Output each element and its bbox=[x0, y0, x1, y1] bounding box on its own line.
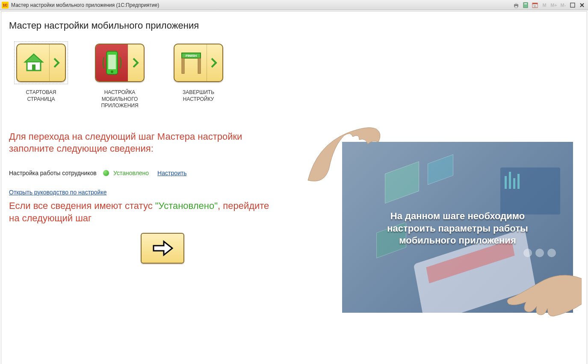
svg-rect-1 bbox=[515, 3, 517, 4]
calculator-icon[interactable] bbox=[521, 1, 530, 9]
content-area: Мастер настройки мобильного приложения bbox=[1, 11, 587, 364]
hand-bottom-icon bbox=[505, 261, 582, 321]
status-value: Установлено bbox=[113, 170, 149, 176]
step-finish-button[interactable]: FINISH bbox=[174, 44, 223, 82]
window-title: Мастер настройки мобильного приложения (… bbox=[11, 2, 159, 8]
page-title: Мастер настройки мобильного приложения bbox=[9, 20, 579, 31]
step-start-page: СТАРТОВАЯ СТРАНИЦА bbox=[9, 41, 73, 109]
svg-rect-15 bbox=[182, 58, 184, 73]
memory-mminus-button[interactable]: M- bbox=[559, 1, 567, 9]
calendar-icon[interactable]: 31 bbox=[531, 1, 539, 9]
svg-rect-6 bbox=[532, 3, 538, 4]
svg-rect-3 bbox=[523, 3, 528, 8]
phone-icon bbox=[102, 49, 122, 77]
next-instruction-quoted: "Установлено" bbox=[155, 200, 218, 211]
svg-rect-11 bbox=[108, 55, 116, 69]
step-mobile-config: НАСТРОЙКА МОБИЛЬНОГО ПРИЛОЖЕНИЯ bbox=[88, 41, 152, 109]
svg-text:31: 31 bbox=[533, 5, 537, 8]
titlebar: 1С Мастер настройки мобильного приложени… bbox=[0, 0, 588, 10]
arrow-right-icon bbox=[151, 240, 174, 257]
svg-text:FINISH: FINISH bbox=[186, 54, 197, 58]
next-instruction: Если все сведения имеют статус "Установл… bbox=[9, 200, 270, 224]
status-label: Настройка работы сотрудников bbox=[9, 170, 103, 176]
step-label: ЗАВЕРШИТЬ НАСТРОЙКУ bbox=[183, 89, 214, 103]
finish-icon: FINISH bbox=[178, 50, 204, 75]
step-mobile-config-button[interactable] bbox=[95, 44, 145, 82]
memory-mplus-button[interactable]: M+ bbox=[550, 1, 558, 9]
hand-top-icon bbox=[304, 120, 389, 189]
app-icon: 1С bbox=[2, 2, 9, 9]
svg-rect-2 bbox=[515, 6, 517, 8]
step-start-page-button[interactable] bbox=[16, 44, 66, 82]
memory-m-button[interactable]: M bbox=[540, 1, 549, 9]
chevron-right-icon bbox=[132, 57, 140, 68]
status-indicator-icon bbox=[103, 170, 109, 176]
illustration-text: На данном шаге необходимо настроить пара… bbox=[342, 210, 573, 247]
next-instruction-prefix: Если все сведения имеют статус bbox=[9, 200, 155, 211]
guide-link[interactable]: Открыть руководство по настройке bbox=[9, 189, 107, 196]
close-button[interactable] bbox=[578, 1, 586, 9]
home-icon bbox=[23, 52, 45, 74]
chevron-right-icon bbox=[210, 57, 218, 68]
step-finish: FINISH ЗАВЕРШИТЬ НАСТРОЙКУ bbox=[166, 41, 230, 109]
svg-rect-16 bbox=[198, 58, 201, 73]
step-label: НАСТРОЙКА МОБИЛЬНОГО ПРИЛОЖЕНИЯ bbox=[101, 89, 138, 109]
step-label: СТАРТОВАЯ СТРАНИЦА bbox=[26, 89, 56, 103]
chevron-right-icon bbox=[53, 57, 61, 68]
svg-rect-4 bbox=[524, 3, 527, 4]
svg-rect-9 bbox=[32, 65, 35, 70]
svg-point-12 bbox=[111, 70, 113, 73]
instruction-text: Для перехода на следующий шаг Мастера на… bbox=[9, 131, 270, 155]
illustration: На данном шаге необходимо настроить пара… bbox=[304, 129, 577, 317]
configure-link[interactable]: Настроить bbox=[157, 170, 186, 176]
svg-rect-8 bbox=[570, 3, 575, 7]
next-step-button[interactable] bbox=[141, 233, 184, 264]
print-icon[interactable] bbox=[512, 1, 520, 9]
maximize-button[interactable] bbox=[568, 1, 577, 9]
wizard-steps: СТАРТОВАЯ СТРАНИЦА bbox=[9, 41, 579, 109]
